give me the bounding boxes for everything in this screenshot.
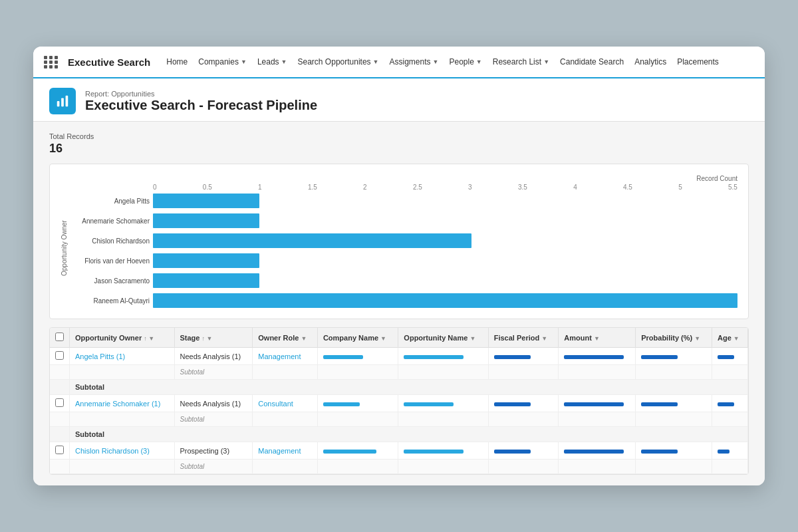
th-opportunity-owner: Opportunity Owner ↑ ▼ xyxy=(70,328,175,348)
filter-icon: ▼ xyxy=(594,335,600,342)
td-owner: Annemarie Schomaker (1) xyxy=(70,395,175,412)
td-owner-role: Management xyxy=(253,442,318,460)
bar-fill xyxy=(153,213,259,228)
age-bar xyxy=(718,402,734,406)
main-content: Total Records 16 Record Count Opportunit… xyxy=(33,122,765,485)
chart-main: 0 0.5 1 1.5 2 2.5 3 3.5 4 4.5 5 5.5 xyxy=(73,184,737,313)
th-fiscal-period: Fiscal Period ▼ xyxy=(488,328,559,348)
bar-row: Angela Pitts xyxy=(153,194,737,208)
prob-bar xyxy=(641,355,678,359)
subtotal-label: Subtotal xyxy=(174,365,253,380)
owner-link[interactable]: Chislon Richardson (3) xyxy=(75,447,150,455)
td-fiscal xyxy=(488,395,559,412)
group-subtotal-row: Subtotal xyxy=(50,380,748,395)
td-stage: Prospecting (3) xyxy=(174,442,253,460)
th-company-name: Company Name ▼ xyxy=(317,328,398,348)
table-row: Annemarie Schomaker (1) Needs Analysis (… xyxy=(50,395,748,412)
nav-analytics[interactable]: Analytics xyxy=(629,47,672,78)
owner-link[interactable]: Angela Pitts (1) xyxy=(75,352,125,360)
th-checkbox xyxy=(50,328,70,348)
bar-track xyxy=(153,233,737,248)
nav-leads[interactable]: Leads ▼ xyxy=(252,47,293,78)
bars-area: Angela Pitts Annemarie Schomaker xyxy=(73,194,737,308)
prob-bar xyxy=(641,402,678,406)
nav-assignments[interactable]: Assigments ▼ xyxy=(384,47,444,78)
row-checkbox[interactable] xyxy=(55,446,64,454)
bar-chart: Record Count Opportunity Owner 0 0.5 1 1… xyxy=(49,164,749,319)
bar-track xyxy=(153,253,737,268)
td-opp-name xyxy=(398,395,488,412)
table-row: Angela Pitts (1) Needs Analysis (1) Mana… xyxy=(50,348,748,365)
nav-home[interactable]: Home xyxy=(161,47,193,78)
page-title: Executive Search - Forecast Pipeline xyxy=(85,98,317,113)
app-name: Executive Search xyxy=(68,57,150,68)
th-owner-role: Owner Role ▼ xyxy=(253,328,318,348)
owner-role-tag: Management xyxy=(258,447,301,455)
opp-bar xyxy=(404,355,464,359)
td-opp-name xyxy=(398,348,488,365)
chevron-down-icon: ▼ xyxy=(543,59,549,65)
svg-rect-0 xyxy=(57,101,60,106)
td-probability xyxy=(636,348,712,365)
x-axis-labels: 0 0.5 1 1.5 2 2.5 3 3.5 4 4.5 5 5.5 xyxy=(73,184,737,191)
nav-search-opportunities[interactable]: Search Opportunites ▼ xyxy=(293,47,384,78)
td-owner: Chislon Richardson (3) xyxy=(70,442,175,460)
bar-row: Raneem Al-Qutayri xyxy=(153,293,737,308)
td-amount xyxy=(559,442,636,460)
chevron-down-icon: ▼ xyxy=(476,59,482,65)
sort-icon: ↑ ▼ xyxy=(144,335,154,342)
td-checkbox xyxy=(50,395,70,412)
subtotal-row: Subtotal xyxy=(50,412,748,427)
chart-inner: Opportunity Owner 0 0.5 1 1.5 2 2.5 3 3.… xyxy=(61,184,737,313)
total-count: 16 xyxy=(49,142,749,156)
bar-row: Annemarie Schomaker xyxy=(153,213,737,228)
td-age xyxy=(712,442,748,460)
grid-icon xyxy=(44,56,59,68)
td-age xyxy=(712,395,748,412)
nav-companies[interactable]: Companies ▼ xyxy=(193,47,252,78)
company-bar xyxy=(323,450,376,454)
nav-placements[interactable]: Placements xyxy=(672,47,724,78)
th-age: Age ▼ xyxy=(712,328,748,348)
bar-track xyxy=(153,213,737,228)
group-subtotal-label: Subtotal xyxy=(70,427,748,442)
filter-icon: ▼ xyxy=(694,335,700,342)
bar-row: Jason Sacramento xyxy=(153,273,737,288)
owner-link[interactable]: Annemarie Schomaker (1) xyxy=(75,400,160,408)
chevron-down-icon: ▼ xyxy=(373,59,379,65)
amount-bar xyxy=(564,450,624,454)
bar-row: Chislon Richardson xyxy=(153,233,737,248)
td-amount xyxy=(559,348,636,365)
fiscal-bar xyxy=(494,450,531,454)
page-header: Report: Opportunities Executive Search -… xyxy=(33,78,765,122)
fiscal-bar xyxy=(494,355,531,359)
td-checkbox xyxy=(50,442,70,460)
bar-fill xyxy=(153,233,471,248)
total-records-label: Total Records xyxy=(49,132,749,140)
filter-icon: ▼ xyxy=(380,335,386,342)
report-icon xyxy=(49,88,76,114)
app-logo[interactable]: Executive Search xyxy=(44,56,150,68)
company-bar xyxy=(323,402,360,406)
amount-bar xyxy=(564,402,624,406)
th-amount: Amount ▼ xyxy=(559,328,636,348)
nav-research-list[interactable]: Research List ▼ xyxy=(487,47,555,78)
td-owner-role: Consultant xyxy=(253,395,318,412)
chevron-down-icon: ▼ xyxy=(433,59,439,65)
row-checkbox[interactable] xyxy=(55,398,64,407)
chevron-down-icon: ▼ xyxy=(241,59,247,65)
filter-icon: ▼ xyxy=(541,335,547,342)
subtotal-label: Subtotal xyxy=(174,460,253,474)
td-checkbox xyxy=(50,348,70,365)
nav-people[interactable]: People ▼ xyxy=(444,47,487,78)
nav-candidate-search[interactable]: Candidate Search xyxy=(555,47,629,78)
td-stage: Needs Analysis (1) xyxy=(174,348,253,365)
select-all-checkbox[interactable] xyxy=(55,332,64,341)
td-opp-name xyxy=(398,442,488,460)
table-header-row: Opportunity Owner ↑ ▼ Stage ↑ ▼ Owner Ro… xyxy=(50,328,748,348)
row-checkbox[interactable] xyxy=(55,351,64,360)
chart-icon xyxy=(55,94,70,108)
td-company xyxy=(317,348,398,365)
td-probability xyxy=(636,395,712,412)
th-probability: Probability (%) ▼ xyxy=(636,328,712,348)
